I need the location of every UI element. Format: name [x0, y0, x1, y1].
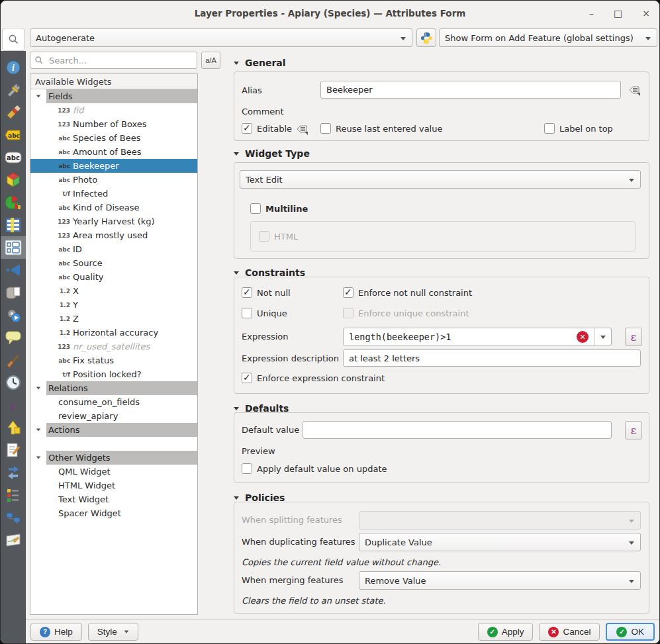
sidebar-tab-elevation[interactable]	[1, 529, 26, 551]
duplicating-policy-dropdown[interactable]: Duplicate Value	[359, 533, 641, 551]
tree-item[interactable]: Text Widget	[30, 492, 197, 506]
sidebar-tab-digitizing[interactable]	[1, 506, 26, 529]
tree-item[interactable]: 123Yearly Harvest (kg)	[30, 214, 197, 228]
merging-policy-label: When merging features	[242, 575, 343, 585]
data-defined-override-icon	[296, 123, 308, 135]
section-widget-type[interactable]: Widget Type	[234, 148, 310, 159]
ok-button[interactable]: ✓ OK	[606, 623, 655, 641]
sidebar-tab-symbology[interactable]	[1, 101, 26, 124]
sidebar-tab-display[interactable]	[1, 326, 26, 349]
tree-item[interactable]: abcID	[30, 242, 197, 256]
tree-group-relations[interactable]: Relations	[30, 381, 197, 395]
multiline-checkbox[interactable]: Multiline	[250, 203, 308, 214]
sidebar-tab-masks[interactable]: abc	[1, 146, 26, 169]
expression-history-dropdown[interactable]	[594, 328, 611, 345]
sidebar-tab-fields[interactable]	[1, 214, 26, 236]
style-button[interactable]: Style	[88, 623, 138, 641]
sidebar-tab-rendering[interactable]	[1, 349, 26, 371]
default-expression-button[interactable]: ε	[625, 421, 642, 439]
tree-item[interactable]: 123Area mostly used	[30, 228, 197, 242]
search-input[interactable]	[48, 55, 193, 66]
tree-item[interactable]: 1.2Y	[30, 298, 197, 312]
sidebar-tab-auxiliary-storage[interactable]	[1, 281, 26, 304]
editable-checkbox[interactable]: Editable	[242, 123, 292, 134]
autogenerate-dropdown[interactable]: Autogenerate	[30, 28, 412, 47]
cancel-button[interactable]: ✕ Cancel	[539, 623, 600, 641]
maximize-button[interactable]: □	[614, 8, 622, 19]
tree-item[interactable]: 123fid	[30, 103, 197, 117]
tree-item[interactable]: abcAmount of Bees	[30, 145, 197, 159]
tree-item[interactable]: 1.2Horizontal accuracy	[30, 326, 197, 340]
sidebar-tab-3d-view[interactable]	[1, 169, 26, 191]
case-sensitive-toggle[interactable]: a/A	[201, 52, 220, 69]
enforce-expression-checkbox[interactable]: Enforce expression constraint	[242, 373, 385, 383]
tree-item[interactable]: Spacer Widget	[30, 506, 197, 520]
sidebar-tab-labels[interactable]: abc	[1, 124, 26, 146]
tree-item[interactable]: HTML Widget	[30, 479, 197, 492]
apply-button[interactable]: ✓ Apply	[478, 623, 534, 641]
sidebar-tab-dependencies[interactable]	[1, 439, 26, 461]
alias-input[interactable]: Beekeeper	[320, 81, 621, 99]
tree-item[interactable]: t/fPosition locked?	[30, 367, 197, 381]
sidebar-tab-legend[interactable]	[1, 461, 26, 484]
tree-item[interactable]: abcKind of Disease	[30, 201, 197, 214]
form-open-mode-value: Show Form on Add Feature (global setting…	[445, 33, 634, 43]
expression-builder-button[interactable]: ε	[625, 328, 642, 346]
sidebar-tab-source[interactable]	[1, 79, 26, 101]
default-value-input[interactable]	[303, 421, 612, 439]
sidebar-tab-temporal[interactable]	[1, 371, 26, 394]
tree-item[interactable]: consume_on_fields	[30, 395, 197, 409]
tree-item[interactable]: abcSpecies of Bees	[30, 131, 197, 145]
data-defined-override-button[interactable]	[294, 121, 310, 137]
tree-item[interactable]: 123Number of Boxes	[30, 117, 197, 131]
data-defined-override-button[interactable]	[626, 82, 642, 98]
pie-chart-icon	[5, 195, 21, 210]
properties-search-tab[interactable]	[2, 28, 24, 51]
python-init-button[interactable]	[416, 28, 436, 47]
brush-icon	[5, 352, 21, 368]
form-open-mode-dropdown[interactable]: Show Form on Add Feature (global setting…	[439, 28, 657, 47]
duplicating-policy-note: Copies the current field value without c…	[242, 557, 441, 567]
expression-description-input[interactable]: at least 2 letters	[343, 349, 641, 367]
tree-item-selected[interactable]: abcBeekeeper	[30, 159, 197, 173]
apply-default-on-update-checkbox[interactable]: Apply default value on update	[242, 463, 387, 474]
not-null-checkbox[interactable]: Not null	[242, 287, 291, 298]
checkbox-icon	[259, 231, 269, 242]
fields-table-icon	[5, 217, 21, 233]
tree-item[interactable]: 123nr_used_satellites	[30, 340, 197, 353]
help-button[interactable]: ? Help	[30, 623, 82, 641]
tree-item[interactable]: 1.2X	[30, 284, 197, 298]
sidebar-tab-actions[interactable]	[1, 304, 26, 326]
widget-type-dropdown[interactable]: Text Edit	[240, 170, 641, 189]
tree-item[interactable]: QML Widget	[30, 465, 197, 479]
sidebar-tab-attributes-form[interactable]	[1, 236, 26, 259]
tree-item[interactable]: abcFix status	[30, 353, 197, 367]
paintbrush-icon	[5, 105, 21, 120]
reuse-last-value-checkbox[interactable]: Reuse last entered value	[320, 123, 442, 134]
clock-icon	[5, 375, 21, 391]
sidebar-tab-metadata[interactable]	[1, 416, 26, 439]
enforce-not-null-checkbox[interactable]: Enforce not null constraint	[343, 287, 472, 298]
unique-checkbox[interactable]: Unique	[242, 308, 287, 318]
tree-item[interactable]: review_apiary	[30, 409, 197, 423]
layer-properties-dialog: Layer Properties - Apiary (Species) — At…	[0, 0, 660, 644]
tree-item[interactable]: t/fInfected	[30, 187, 197, 201]
tree-group-fields[interactable]: Fields	[30, 89, 197, 103]
label-on-top-checkbox[interactable]: Label on top	[544, 123, 613, 134]
sidebar-tab-variables[interactable]: ε	[1, 394, 26, 416]
tree-item[interactable]: abcQuality	[30, 270, 197, 284]
tree-group-actions[interactable]: Actions	[30, 423, 197, 437]
merging-policy-dropdown[interactable]: Remove Value	[359, 571, 641, 590]
tree-group-other-widgets[interactable]: Other Widgets	[30, 451, 197, 465]
tree-item[interactable]: abcSource	[30, 256, 197, 270]
sidebar-tab-server[interactable]	[1, 484, 26, 506]
expression-combo[interactable]: length(beekeeper)>1 ✕	[343, 328, 612, 346]
tree-item[interactable]: abcPhoto	[30, 173, 197, 187]
tree-item[interactable]: 1.2Z	[30, 312, 197, 326]
minimize-button[interactable]: –	[589, 8, 594, 19]
section-general[interactable]: General	[234, 58, 286, 68]
sidebar-tab-information[interactable]: i	[1, 56, 26, 79]
sidebar-tab-diagrams[interactable]	[1, 191, 26, 214]
sidebar-tab-joins[interactable]	[1, 259, 26, 281]
close-button[interactable]: ×	[642, 8, 650, 19]
